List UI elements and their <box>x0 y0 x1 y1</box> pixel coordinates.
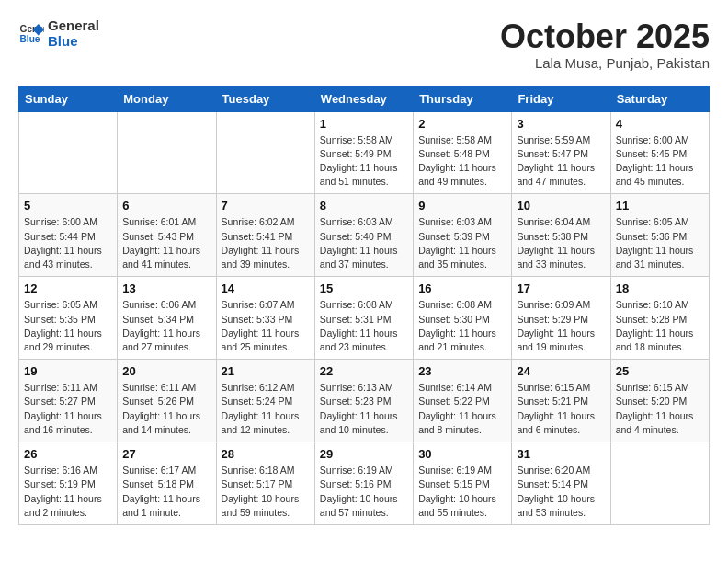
calendar-cell: 4Sunrise: 6:00 AM Sunset: 5:45 PM Daylig… <box>610 111 709 194</box>
day-info: Sunrise: 6:13 AM Sunset: 5:23 PM Dayligh… <box>320 381 408 437</box>
calendar-cell <box>610 442 709 525</box>
day-number: 13 <box>122 282 210 295</box>
calendar-cell: 13Sunrise: 6:06 AM Sunset: 5:34 PM Dayli… <box>118 277 216 360</box>
day-number: 12 <box>24 282 112 295</box>
day-info: Sunrise: 6:18 AM Sunset: 5:17 PM Dayligh… <box>222 464 310 520</box>
weekday-header-friday: Friday <box>512 86 610 111</box>
calendar-cell: 16Sunrise: 6:08 AM Sunset: 5:30 PM Dayli… <box>414 277 512 360</box>
day-number: 29 <box>320 447 408 461</box>
day-info: Sunrise: 6:11 AM Sunset: 5:26 PM Dayligh… <box>122 381 210 437</box>
day-number: 1 <box>320 117 408 131</box>
day-info: Sunrise: 6:03 AM Sunset: 5:40 PM Dayligh… <box>320 215 408 271</box>
svg-text:Blue: Blue <box>20 34 40 44</box>
calendar-cell: 20Sunrise: 6:11 AM Sunset: 5:26 PM Dayli… <box>118 360 216 442</box>
weekday-header-tuesday: Tuesday <box>216 86 314 111</box>
calendar-cell: 6Sunrise: 6:01 AM Sunset: 5:43 PM Daylig… <box>118 194 216 277</box>
calendar-cell: 1Sunrise: 5:58 AM Sunset: 5:49 PM Daylig… <box>314 111 413 194</box>
day-info: Sunrise: 6:19 AM Sunset: 5:16 PM Dayligh… <box>320 464 408 520</box>
day-number: 14 <box>222 282 310 295</box>
calendar-cell: 8Sunrise: 6:03 AM Sunset: 5:40 PM Daylig… <box>314 194 413 277</box>
day-number: 30 <box>418 447 506 461</box>
weekday-header-monday: Monday <box>118 86 216 111</box>
day-number: 17 <box>517 282 605 295</box>
day-number: 18 <box>616 282 704 295</box>
day-info: Sunrise: 6:04 AM Sunset: 5:38 PM Dayligh… <box>517 215 605 271</box>
day-info: Sunrise: 6:11 AM Sunset: 5:27 PM Dayligh… <box>24 381 112 437</box>
calendar-week-3: 12Sunrise: 6:05 AM Sunset: 5:35 PM Dayli… <box>19 277 710 360</box>
day-info: Sunrise: 6:05 AM Sunset: 5:36 PM Dayligh… <box>616 215 704 271</box>
calendar-cell: 28Sunrise: 6:18 AM Sunset: 5:17 PM Dayli… <box>216 442 314 525</box>
month-title: October 2025 <box>500 18 710 55</box>
day-number: 11 <box>616 199 704 213</box>
calendar-cell: 9Sunrise: 6:03 AM Sunset: 5:39 PM Daylig… <box>414 194 512 277</box>
calendar-cell <box>118 111 216 194</box>
location-title: Lala Musa, Punjab, Pakistan <box>500 55 710 71</box>
calendar-cell: 25Sunrise: 6:15 AM Sunset: 5:20 PM Dayli… <box>610 360 709 442</box>
day-number: 19 <box>24 364 112 378</box>
day-info: Sunrise: 6:15 AM Sunset: 5:21 PM Dayligh… <box>517 381 605 437</box>
calendar-cell: 26Sunrise: 6:16 AM Sunset: 5:19 PM Dayli… <box>19 442 118 525</box>
day-number: 16 <box>418 282 506 295</box>
calendar-cell: 23Sunrise: 6:14 AM Sunset: 5:22 PM Dayli… <box>414 360 512 442</box>
calendar-table: SundayMondayTuesdayWednesdayThursdayFrid… <box>18 86 710 525</box>
day-number: 4 <box>616 117 704 131</box>
day-number: 23 <box>418 364 506 378</box>
day-number: 7 <box>222 199 310 213</box>
day-info: Sunrise: 6:10 AM Sunset: 5:28 PM Dayligh… <box>616 298 704 354</box>
logo: General Blue General Blue <box>18 18 99 49</box>
logo-icon: General Blue <box>18 21 44 47</box>
weekday-header-row: SundayMondayTuesdayWednesdayThursdayFrid… <box>19 86 710 111</box>
calendar-cell: 24Sunrise: 6:15 AM Sunset: 5:21 PM Dayli… <box>512 360 610 442</box>
day-number: 26 <box>24 447 112 461</box>
day-info: Sunrise: 6:19 AM Sunset: 5:15 PM Dayligh… <box>418 464 506 520</box>
day-number: 6 <box>122 199 210 213</box>
day-number: 25 <box>616 364 704 378</box>
page-header: General Blue General Blue October 2025 L… <box>18 18 710 71</box>
weekday-header-saturday: Saturday <box>610 86 709 111</box>
day-number: 27 <box>122 447 210 461</box>
calendar-cell: 17Sunrise: 6:09 AM Sunset: 5:29 PM Dayli… <box>512 277 610 360</box>
day-number: 24 <box>517 364 605 378</box>
day-info: Sunrise: 6:08 AM Sunset: 5:30 PM Dayligh… <box>418 298 506 354</box>
day-number: 21 <box>222 364 310 378</box>
calendar-cell: 19Sunrise: 6:11 AM Sunset: 5:27 PM Dayli… <box>19 360 118 442</box>
day-info: Sunrise: 6:05 AM Sunset: 5:35 PM Dayligh… <box>24 298 112 354</box>
calendar-cell: 3Sunrise: 5:59 AM Sunset: 5:47 PM Daylig… <box>512 111 610 194</box>
calendar-cell <box>216 111 314 194</box>
day-number: 3 <box>517 117 605 131</box>
calendar-cell: 27Sunrise: 6:17 AM Sunset: 5:18 PM Dayli… <box>118 442 216 525</box>
day-info: Sunrise: 6:17 AM Sunset: 5:18 PM Dayligh… <box>122 464 210 520</box>
calendar-week-2: 5Sunrise: 6:00 AM Sunset: 5:44 PM Daylig… <box>19 194 710 277</box>
weekday-header-wednesday: Wednesday <box>314 86 413 111</box>
day-number: 5 <box>24 199 112 213</box>
day-info: Sunrise: 6:14 AM Sunset: 5:22 PM Dayligh… <box>418 381 506 437</box>
title-block: October 2025 Lala Musa, Punjab, Pakistan <box>500 18 710 71</box>
calendar-cell: 30Sunrise: 6:19 AM Sunset: 5:15 PM Dayli… <box>414 442 512 525</box>
day-info: Sunrise: 6:01 AM Sunset: 5:43 PM Dayligh… <box>122 215 210 271</box>
calendar-cell: 29Sunrise: 6:19 AM Sunset: 5:16 PM Dayli… <box>314 442 413 525</box>
day-info: Sunrise: 6:15 AM Sunset: 5:20 PM Dayligh… <box>616 381 704 437</box>
weekday-header-thursday: Thursday <box>414 86 512 111</box>
day-info: Sunrise: 6:08 AM Sunset: 5:31 PM Dayligh… <box>320 298 408 354</box>
calendar-cell: 21Sunrise: 6:12 AM Sunset: 5:24 PM Dayli… <box>216 360 314 442</box>
day-info: Sunrise: 6:00 AM Sunset: 5:44 PM Dayligh… <box>24 215 112 271</box>
day-info: Sunrise: 6:20 AM Sunset: 5:14 PM Dayligh… <box>517 464 605 520</box>
calendar-cell: 22Sunrise: 6:13 AM Sunset: 5:23 PM Dayli… <box>314 360 413 442</box>
calendar-cell: 7Sunrise: 6:02 AM Sunset: 5:41 PM Daylig… <box>216 194 314 277</box>
day-info: Sunrise: 6:06 AM Sunset: 5:34 PM Dayligh… <box>122 298 210 354</box>
weekday-header-sunday: Sunday <box>19 86 118 111</box>
calendar-cell: 14Sunrise: 6:07 AM Sunset: 5:33 PM Dayli… <box>216 277 314 360</box>
day-info: Sunrise: 6:00 AM Sunset: 5:45 PM Dayligh… <box>616 133 704 190</box>
day-info: Sunrise: 6:12 AM Sunset: 5:24 PM Dayligh… <box>222 381 310 437</box>
day-info: Sunrise: 6:07 AM Sunset: 5:33 PM Dayligh… <box>222 298 310 354</box>
calendar-cell: 10Sunrise: 6:04 AM Sunset: 5:38 PM Dayli… <box>512 194 610 277</box>
day-info: Sunrise: 6:09 AM Sunset: 5:29 PM Dayligh… <box>517 298 605 354</box>
calendar-week-5: 26Sunrise: 6:16 AM Sunset: 5:19 PM Dayli… <box>19 442 710 525</box>
calendar-cell <box>19 111 118 194</box>
calendar-cell: 31Sunrise: 6:20 AM Sunset: 5:14 PM Dayli… <box>512 442 610 525</box>
day-number: 9 <box>418 199 506 213</box>
day-info: Sunrise: 5:58 AM Sunset: 5:49 PM Dayligh… <box>320 133 408 190</box>
day-number: 15 <box>320 282 408 295</box>
logo-general: General <box>48 18 99 34</box>
day-number: 20 <box>122 364 210 378</box>
